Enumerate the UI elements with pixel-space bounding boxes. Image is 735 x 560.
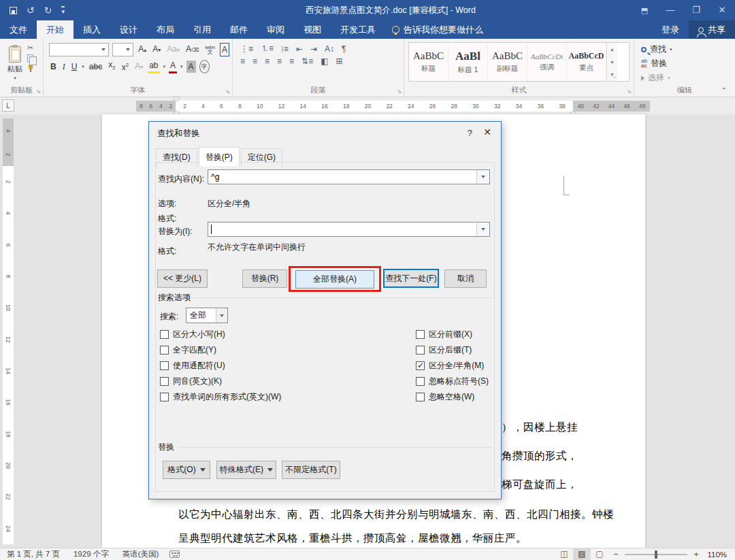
- borders-icon[interactable]: ⊞: [333, 56, 344, 66]
- hruler-left-margin[interactable]: 8642: [136, 101, 176, 112]
- checkbox-row[interactable]: 同音(英文)(K): [160, 376, 281, 386]
- replace-button[interactable]: abac 替换: [641, 58, 735, 69]
- checkbox[interactable]: [416, 330, 425, 339]
- word-count[interactable]: 1929 个字: [67, 549, 116, 559]
- ribbon-tab[interactable]: 视图: [294, 20, 331, 39]
- clear-formatting-icon[interactable]: A⌫: [184, 43, 200, 56]
- sign-in-button[interactable]: 登录: [652, 24, 689, 36]
- superscript-icon[interactable]: x2: [120, 59, 130, 73]
- find-what-input[interactable]: ^g: [208, 169, 490, 184]
- character-border-icon[interactable]: A: [220, 43, 229, 56]
- close-icon[interactable]: ✕: [709, 0, 735, 20]
- highlight-color-icon[interactable]: ab: [148, 59, 159, 73]
- shading-icon[interactable]: ◧: [318, 56, 330, 66]
- sort-icon[interactable]: A↕: [323, 44, 336, 54]
- checkbox[interactable]: [160, 393, 169, 401]
- checkbox-row[interactable]: 查找单词的所有形式(英文)(W): [160, 392, 281, 401]
- tell-me-box[interactable]: 告诉我你想要做什么: [385, 20, 490, 39]
- ribbon-tab[interactable]: 邮件: [220, 20, 257, 39]
- format-painter-icon[interactable]: [27, 65, 34, 72]
- find-button[interactable]: 查找 ▾: [641, 44, 735, 55]
- replace-all-button[interactable]: 全部替换(A): [295, 270, 374, 289]
- line-spacing-icon[interactable]: ⇅≡: [299, 56, 315, 66]
- style-card[interactable]: AaBbC 标题: [409, 43, 448, 81]
- style-card[interactable]: AaBl 标题 1: [448, 43, 488, 81]
- checkbox[interactable]: [160, 346, 169, 355]
- bullets-icon[interactable]: ⋮≡: [238, 44, 255, 54]
- checkbox[interactable]: [160, 361, 169, 370]
- checkbox-row[interactable]: 区分后缀(T): [416, 345, 489, 355]
- checkbox[interactable]: [416, 393, 425, 401]
- styles-down-icon[interactable]: ▼: [607, 56, 617, 69]
- share-button[interactable]: 共享: [689, 20, 735, 39]
- ribbon-tab[interactable]: 设计: [110, 20, 147, 39]
- clipboard-dialog-launcher-icon[interactable]: ⇘: [36, 88, 41, 95]
- ribbon-tab[interactable]: 引用: [184, 20, 220, 39]
- ribbon-tab[interactable]: 开始: [37, 20, 74, 39]
- styles-scrollbar[interactable]: ▲ ▼ ▼̲: [606, 43, 617, 81]
- styles-up-icon[interactable]: ▲: [607, 43, 617, 56]
- phonetic-guide-icon[interactable]: wén文: [203, 45, 216, 54]
- paste-button[interactable]: 粘贴 ▾: [3, 42, 27, 86]
- strikethrough-icon[interactable]: abc: [88, 61, 103, 73]
- underline-icon[interactable]: U: [70, 61, 79, 73]
- language-indicator[interactable]: 英语(美国): [116, 549, 166, 559]
- cancel-button[interactable]: 取消: [444, 269, 487, 288]
- restore-icon[interactable]: ❐: [683, 0, 709, 20]
- italic-icon[interactable]: I: [61, 61, 67, 73]
- no-format-button[interactable]: 不限定格式(T): [282, 461, 340, 479]
- justify-icon[interactable]: ≡: [275, 56, 284, 66]
- read-mode-icon[interactable]: ◫: [555, 548, 573, 560]
- ribbon-tab[interactable]: 开发工具: [331, 20, 385, 39]
- shrink-font-icon[interactable]: A▾: [151, 43, 162, 56]
- search-direction-select[interactable]: 全部: [186, 308, 228, 323]
- checkbox-row[interactable]: 区分前缀(X): [416, 329, 489, 339]
- undo-icon[interactable]: ↺: [27, 5, 35, 15]
- checkbox[interactable]: [160, 330, 169, 339]
- paragraph-marks-icon[interactable]: ¶: [340, 44, 348, 54]
- customize-quick-access-icon[interactable]: ▾: [61, 6, 65, 15]
- ribbon-display-options-icon[interactable]: ⬒: [632, 0, 657, 20]
- dialog-tab[interactable]: 替换(P): [199, 147, 240, 166]
- checkbox-row[interactable]: 使用通配符(U): [160, 361, 281, 370]
- checkbox[interactable]: [416, 377, 425, 386]
- hruler-right-margin[interactable]: 4042444648: [573, 101, 650, 112]
- minimize-icon[interactable]: —: [657, 0, 683, 20]
- checkbox-row[interactable]: 区分大小写(H): [160, 329, 281, 339]
- paragraph-dialog-launcher-icon[interactable]: ⇘: [397, 88, 402, 95]
- ribbon-tab[interactable]: 布局: [147, 20, 184, 39]
- ribbon-tab[interactable]: 审阅: [257, 20, 294, 39]
- vertical-ruler[interactable]: 42 24681012141618202224: [3, 118, 14, 544]
- select-button[interactable]: 选择 ▾: [641, 72, 735, 84]
- ribbon-tab[interactable]: 插入: [74, 20, 110, 39]
- align-center-icon[interactable]: ≡: [250, 56, 259, 66]
- styles-more-icon[interactable]: ▼̲: [607, 68, 617, 81]
- less-button[interactable]: << 更少(L): [157, 269, 208, 288]
- styles-dialog-launcher-icon[interactable]: ⇘: [627, 88, 632, 95]
- subscript-icon[interactable]: x2: [107, 59, 116, 74]
- tab-stop-selector[interactable]: L: [2, 99, 14, 112]
- copy-icon[interactable]: [27, 54, 33, 62]
- font-size-combo[interactable]: [112, 43, 134, 56]
- align-right-icon[interactable]: ≡: [263, 56, 272, 66]
- hruler-text-area[interactable]: 2468101214161820222426283032343638: [176, 101, 573, 112]
- replace-with-input[interactable]: [208, 222, 490, 237]
- special-format-button[interactable]: 特殊格式(E): [216, 461, 276, 479]
- save-icon[interactable]: [10, 7, 17, 14]
- style-card[interactable]: AaBbCcDi 强调: [527, 43, 567, 81]
- proofing-icon[interactable]: [169, 550, 180, 558]
- web-layout-icon[interactable]: ▢: [591, 548, 608, 560]
- checkbox-row[interactable]: 区分全/半角(M): [416, 361, 489, 370]
- font-color-icon[interactable]: A: [169, 59, 177, 73]
- style-card[interactable]: AaBbCcD 要点: [567, 43, 606, 81]
- checkbox-row[interactable]: 全字匹配(Y): [160, 345, 281, 355]
- distribute-icon[interactable]: ≡: [287, 56, 296, 66]
- zoom-in-button[interactable]: +: [689, 549, 704, 559]
- format-menu-button[interactable]: 格式(O): [163, 461, 210, 479]
- align-left-icon[interactable]: ≡: [238, 56, 247, 66]
- replace-dropdown-icon[interactable]: [476, 223, 489, 236]
- find-next-button[interactable]: 查找下一处(F): [383, 269, 439, 288]
- print-layout-icon[interactable]: ▤: [573, 548, 591, 560]
- multilevel-list-icon[interactable]: ⁝≡: [279, 44, 291, 54]
- find-dropdown-icon[interactable]: [476, 170, 489, 184]
